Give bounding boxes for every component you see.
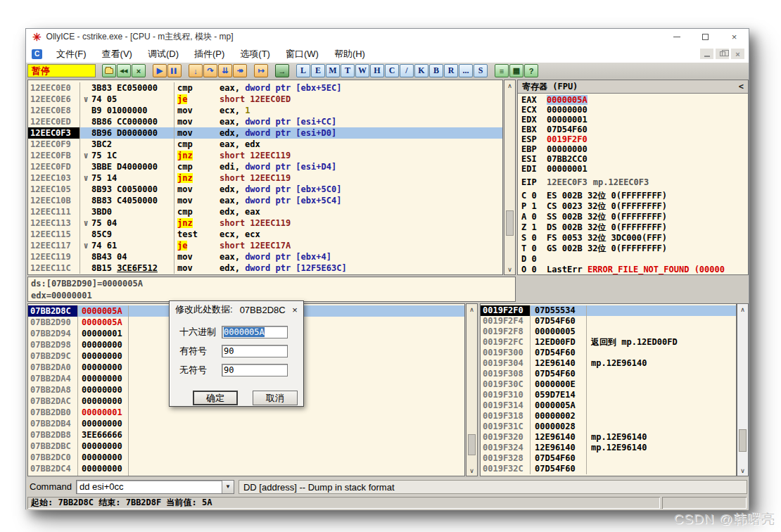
field-input-unsigned[interactable]: 90 bbox=[222, 364, 288, 376]
disasm-row[interactable]: 12EEC0E6∨74 05jeshort 12EEC0ED bbox=[28, 94, 502, 105]
view-memory-button[interactable]: M bbox=[326, 64, 340, 77]
view-handles-button[interactable]: H bbox=[370, 64, 384, 77]
view-references-button[interactable]: R bbox=[444, 64, 458, 77]
flag-row[interactable]: D 0 bbox=[518, 254, 748, 265]
disasm-row[interactable]: 12EEC113∨75 04jnzshort 12EEC119 bbox=[28, 217, 502, 229]
dump-row[interactable]: 07BB2DBC00000000 bbox=[28, 441, 464, 452]
disasm-row[interactable]: 12EEC11C8B15 3CE6F512movedx, dword ptr [… bbox=[28, 262, 502, 274]
stack-row[interactable]: 0019F32412E96140mp.12E96140 bbox=[481, 443, 736, 453]
dialog-close-icon[interactable]: × bbox=[286, 305, 303, 315]
maximize-button[interactable] bbox=[691, 29, 720, 45]
pause-button[interactable]: ▌▌ bbox=[167, 64, 182, 77]
view-log-button[interactable]: L bbox=[296, 64, 310, 77]
animate-over-button[interactable]: ↠ bbox=[233, 64, 247, 77]
stack-row[interactable]: 0019F30807D54F60 bbox=[481, 369, 736, 379]
close-process-button[interactable]: × bbox=[132, 64, 146, 77]
field-input-hex[interactable]: 0000005A bbox=[222, 326, 288, 338]
registers-pane[interactable]: 寄存器 (FPU) < EAX0000005AECX00000000EDX000… bbox=[517, 80, 749, 275]
disasm-row[interactable]: 12EEC1198B43 04moveax, dword ptr [ebx+4] bbox=[28, 251, 502, 262]
view-cpu-button[interactable]: C bbox=[385, 64, 399, 77]
disasm-row[interactable]: 12EEC0FD3BBE D4000000cmpedi, dword ptr [… bbox=[28, 161, 502, 172]
minimize-button[interactable] bbox=[662, 29, 691, 45]
register-row[interactable]: EDI00000001 bbox=[518, 164, 748, 174]
disasm-row[interactable]: 12EEC117∨74 61jeshort 12EEC17A bbox=[28, 240, 502, 251]
eip-row[interactable]: EIP12EEC0F3mp.12EEC0F3 bbox=[518, 177, 748, 187]
stack-row[interactable]: 0019F31C00000028 bbox=[481, 422, 736, 432]
view-threads-button[interactable]: T bbox=[341, 64, 355, 77]
view-runtrace-button[interactable]: ... bbox=[459, 64, 473, 77]
dump-row[interactable]: 07BB2DB83EE66666 bbox=[28, 429, 464, 441]
menu-item-d[interactable]: 调试(D) bbox=[140, 45, 186, 63]
disasm-row[interactable]: 12EEC1058B93 C0050000movedx, dword ptr [… bbox=[28, 184, 502, 195]
step-into-button[interactable]: ↓ bbox=[189, 64, 203, 77]
command-input[interactable]: dd esi+0cc ▼ bbox=[76, 480, 234, 494]
ok-button[interactable]: 确定 bbox=[193, 391, 238, 405]
stack-row[interactable]: 0019F2F407D54F60 bbox=[481, 316, 736, 327]
open-file-button[interactable] bbox=[102, 64, 116, 77]
stack-scrollbar[interactable]: ∧ ∨ bbox=[737, 303, 749, 476]
stack-row[interactable]: 0019F2FC12ED00FD返回到 mp.12ED00FD bbox=[481, 337, 736, 348]
stack-row[interactable]: 0019F30007D54F60 bbox=[481, 348, 736, 358]
disasm-row[interactable]: 12EEC103∨75 14jnzshort 12EEC119 bbox=[28, 172, 502, 184]
stack-row[interactable]: 0019F3140000005A bbox=[481, 400, 736, 411]
disasm-row[interactable]: 12EEC0F93BC2cmpeax, edx bbox=[28, 139, 502, 150]
stack-row[interactable]: 0019F2F800000005 bbox=[481, 327, 736, 337]
stack-row[interactable]: 0019F32807D54F60 bbox=[481, 453, 736, 464]
command-value[interactable]: dd esi+0cc bbox=[77, 481, 222, 492]
view-executables-button[interactable]: E bbox=[311, 64, 325, 77]
scroll-thumb[interactable] bbox=[468, 434, 476, 455]
disasm-row[interactable]: 12EEC0E03B83 EC050000cmpeax, dword ptr [… bbox=[28, 82, 502, 94]
scroll-down-icon[interactable]: ∨ bbox=[466, 465, 477, 476]
disasm-row[interactable]: 12EEC11585C9testecx, ecx bbox=[28, 229, 502, 240]
menu-item-p[interactable]: 插件(P) bbox=[186, 45, 232, 63]
flag-row[interactable]: P 1 CS 0023 32位 0(FFFFFFFF) bbox=[518, 201, 748, 212]
flag-row[interactable]: Z 1 DS 002B 32位 0(FFFFFFFF) bbox=[518, 222, 748, 233]
scroll-thumb[interactable] bbox=[739, 429, 747, 452]
mdi-restore-button[interactable] bbox=[716, 49, 729, 59]
stack-row[interactable]: 0019F32012E96140mp.12E96140 bbox=[481, 432, 736, 443]
menu-item-t[interactable]: 选项(T) bbox=[232, 45, 278, 63]
menu-item-f[interactable]: 文件(F) bbox=[49, 45, 94, 63]
register-row[interactable]: EBX07D54F60 bbox=[518, 125, 748, 134]
help-button[interactable]: ? bbox=[524, 64, 538, 77]
scroll-down-icon[interactable]: ∨ bbox=[737, 465, 748, 476]
stack-row[interactable]: 0019F310059D7E14 bbox=[481, 390, 736, 400]
scroll-down-icon[interactable]: ∨ bbox=[504, 264, 515, 274]
run-button[interactable]: ▶ bbox=[153, 64, 167, 77]
view-windows-button[interactable]: W bbox=[355, 64, 369, 77]
cancel-button[interactable]: 取消 bbox=[253, 391, 298, 405]
flag-row[interactable]: T 0 GS 002B 32位 0(FFFFFFFF) bbox=[518, 243, 748, 254]
dump-row[interactable]: 07BB2DB000000001 bbox=[28, 407, 464, 418]
scroll-up-icon[interactable]: ∧ bbox=[504, 80, 515, 91]
flag-row[interactable]: A 0 SS 002B 32位 0(FFFFFFFF) bbox=[518, 212, 748, 222]
register-row[interactable]: EBP00000000 bbox=[518, 144, 748, 154]
dump-row[interactable]: 07BB2DC400000000 bbox=[28, 463, 464, 474]
stack-pane[interactable]: 0019F2F007D555340019F2F407D54F600019F2F8… bbox=[480, 303, 737, 476]
scroll-up-icon[interactable]: ∧ bbox=[737, 304, 748, 315]
scroll-thumb[interactable] bbox=[506, 210, 514, 236]
scroll-up-icon[interactable]: ∧ bbox=[466, 304, 477, 315]
mdi-close-button[interactable]: × bbox=[731, 49, 744, 59]
execute-till-return-button[interactable]: ↦ bbox=[254, 64, 268, 77]
disasm-row[interactable]: 12EEC0F38B96 D0000000movedx, dword ptr [… bbox=[28, 127, 502, 139]
view-breakpoints-button[interactable]: B bbox=[429, 64, 443, 77]
stack-row[interactable]: 0019F32C07D54F60 bbox=[481, 464, 736, 474]
stack-row[interactable]: 0019F30C0000000E bbox=[481, 379, 736, 390]
dump-row[interactable]: 07BB2DC800000000 bbox=[28, 474, 464, 476]
field-input-signed[interactable]: 90 bbox=[222, 345, 288, 357]
disasm-row[interactable]: 12EEC0ED8B86 CC000000moveax, dword ptr [… bbox=[28, 116, 502, 127]
register-row[interactable]: EAX0000005A bbox=[518, 95, 748, 105]
disassembly-scrollbar[interactable]: ∧ ∨ bbox=[504, 80, 516, 275]
disasm-row[interactable]: 12EEC1113BD0cmpedx, eax bbox=[28, 206, 502, 217]
collapse-button[interactable]: < bbox=[739, 82, 744, 91]
close-button[interactable]: × bbox=[720, 29, 749, 45]
stack-row[interactable]: 0019F30412E96140mp.12E96140 bbox=[481, 358, 736, 369]
menu-item-w[interactable]: 窗口(W) bbox=[278, 45, 326, 63]
disasm-row[interactable]: 12EEC0FB∨75 1Cjnzshort 12EEC119 bbox=[28, 150, 502, 161]
dump-scrollbar[interactable]: ∧ ∨ bbox=[466, 303, 478, 476]
appearance-button[interactable]: ▦ bbox=[509, 64, 523, 77]
step-over-button[interactable]: ↷ bbox=[203, 64, 217, 77]
stack-row[interactable]: 0019F2F007D55534 bbox=[481, 305, 736, 316]
dump-row[interactable]: 07BB2DC000000000 bbox=[28, 452, 464, 463]
disasm-row[interactable]: 12EEC0E8B9 01000000movecx, 1 bbox=[28, 105, 502, 116]
